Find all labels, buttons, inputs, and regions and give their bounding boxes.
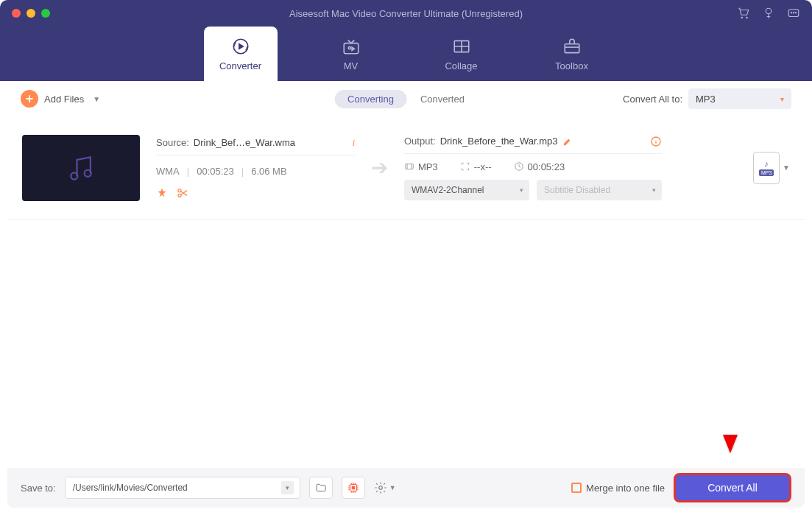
subtitle-select[interactable]: Subtitle Disabled xyxy=(537,180,662,200)
source-format: WMA xyxy=(156,166,180,177)
svg-rect-11 xyxy=(565,43,579,52)
format-badge: MP3 xyxy=(759,169,774,176)
tab-collage[interactable]: Collage xyxy=(425,27,498,81)
convert-all-format-value: MP3 xyxy=(696,94,716,105)
save-path-select[interactable]: /Users/link/Movies/Converted xyxy=(65,477,300,499)
traffic-lights xyxy=(12,9,50,18)
tab-converter[interactable]: Converter xyxy=(204,27,278,81)
tab-converter-label: Converter xyxy=(219,60,261,71)
svg-point-15 xyxy=(178,194,181,197)
minimize-icon[interactable] xyxy=(27,9,35,18)
cart-icon[interactable] xyxy=(737,7,750,20)
clock-icon xyxy=(514,161,524,172)
convert-all-to-label: Convert All to: xyxy=(623,94,682,105)
file-row: Source: Drink_Bef…e_War.wma i WMA | 00:0… xyxy=(7,116,805,220)
close-icon[interactable] xyxy=(12,9,21,18)
toolbar: + Add Files ▼ Converting Converted Conve… xyxy=(7,81,805,116)
tab-toolbox-label: Toolbox xyxy=(555,60,588,71)
plus-icon: + xyxy=(21,90,38,108)
add-files-button[interactable]: + Add Files ▼ xyxy=(21,90,100,108)
output-format-picker[interactable]: ♪ MP3 ▼ xyxy=(753,152,790,184)
settings-button[interactable]: ▼ xyxy=(374,481,396,494)
gpu-accel-button[interactable] xyxy=(342,477,365,499)
gear-icon xyxy=(374,481,387,494)
resolution-icon xyxy=(460,161,470,172)
source-duration: 00:05:23 xyxy=(197,166,234,177)
note-icon: ♪ xyxy=(764,159,769,168)
save-path-value: /Users/link/Movies/Converted xyxy=(73,483,188,493)
tab-collage-label: Collage xyxy=(445,60,477,71)
key-icon[interactable] xyxy=(762,7,775,20)
svg-point-14 xyxy=(178,189,181,192)
source-meta: WMA | 00:05:23 | 6.06 MB xyxy=(156,166,355,177)
info-icon[interactable]: i xyxy=(352,137,355,149)
source-label: Source: xyxy=(156,137,189,148)
svg-point-21 xyxy=(378,486,382,490)
save-to-label: Save to: xyxy=(21,483,56,494)
window-title: Aiseesoft Mac Video Converter Ultimate (… xyxy=(289,8,523,19)
source-column: Source: Drink_Bef…e_War.wma i WMA | 00:0… xyxy=(156,137,355,199)
video-format-icon xyxy=(404,161,414,172)
pill-converting[interactable]: Converting xyxy=(334,90,407,108)
chip-icon xyxy=(347,481,360,494)
svg-point-1 xyxy=(746,17,748,18)
info-circle-icon[interactable] xyxy=(650,136,662,147)
output-filename: Drink_Before_the_War.mp3 xyxy=(440,136,558,147)
tab-mv-label: MV xyxy=(344,60,359,71)
convert-all-format-select[interactable]: MP3 xyxy=(688,88,791,109)
titlebar: Aiseesoft Mac Video Converter Ultimate (… xyxy=(0,0,812,27)
add-files-label: Add Files xyxy=(44,94,84,105)
merge-checkbox[interactable] xyxy=(571,483,582,493)
chevron-down-icon: ▼ xyxy=(783,164,790,172)
status-tabs: Converting Converted xyxy=(334,90,478,108)
output-format: MP3 xyxy=(418,161,438,172)
bottom-bar: Save to: /Users/link/Movies/Converted ▼ … xyxy=(7,468,805,508)
tab-toolbox[interactable]: Toolbox xyxy=(535,27,609,81)
chevron-down-icon[interactable]: ▼ xyxy=(93,95,100,103)
maximize-icon[interactable] xyxy=(41,9,50,18)
folder-icon xyxy=(315,482,327,494)
output-label: Output: xyxy=(404,136,436,147)
svg-point-9 xyxy=(348,46,350,49)
svg-point-2 xyxy=(766,8,772,14)
file-thumbnail[interactable] xyxy=(22,135,140,201)
svg-rect-20 xyxy=(351,486,355,490)
enhance-icon[interactable] xyxy=(156,187,168,199)
output-duration: 00:05:23 xyxy=(528,161,565,172)
edit-icon[interactable] xyxy=(562,136,573,147)
arrow-right-icon: ➔ xyxy=(371,155,388,180)
svg-point-0 xyxy=(741,17,743,18)
svg-point-5 xyxy=(793,13,794,13)
source-filename: Drink_Bef…e_War.wma xyxy=(194,137,348,148)
audio-track-select[interactable]: WMAV2-2Channel xyxy=(404,180,529,200)
merge-label: Merge into one file xyxy=(586,483,665,494)
music-note-icon xyxy=(65,152,97,184)
file-list: Source: Drink_Bef…e_War.wma i WMA | 00:0… xyxy=(7,116,805,468)
svg-point-13 xyxy=(85,169,91,176)
tab-mv[interactable]: MV xyxy=(314,27,388,81)
feedback-icon[interactable] xyxy=(787,7,800,20)
svg-point-4 xyxy=(791,13,791,13)
main-nav: Converter MV Collage Toolbox xyxy=(0,27,812,81)
chevron-down-icon: ▼ xyxy=(389,484,396,491)
open-folder-button[interactable] xyxy=(309,477,333,499)
output-resolution: --x-- xyxy=(474,161,492,172)
output-column: Output: Drink_Before_the_War.mp3 MP3 --x… xyxy=(404,136,662,200)
source-size: 6.06 MB xyxy=(251,166,286,177)
pill-converted[interactable]: Converted xyxy=(407,90,478,108)
svg-point-6 xyxy=(795,13,796,13)
cut-icon[interactable] xyxy=(177,187,188,199)
convert-all-button[interactable]: Convert All xyxy=(674,473,791,502)
svg-rect-17 xyxy=(406,164,414,169)
